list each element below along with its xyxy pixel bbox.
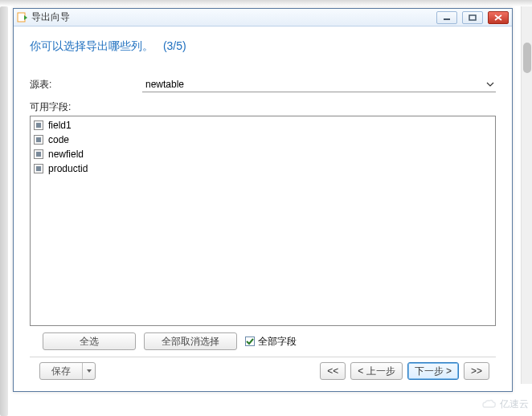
source-label: 源表: — [30, 78, 142, 92]
page-scrollbar[interactable] — [521, 6, 532, 384]
page-shadow — [0, 6, 8, 416]
field-name: field1 — [48, 120, 72, 131]
list-item[interactable]: field1 — [34, 118, 492, 133]
next-button[interactable]: 下一步 > — [407, 362, 459, 380]
maximize-button[interactable] — [462, 11, 483, 24]
checkbox-icon — [245, 336, 255, 346]
divider — [30, 357, 496, 357]
all-fields-label: 全部字段 — [258, 335, 297, 349]
scrollbar-thumb[interactable] — [523, 43, 531, 73]
list-item[interactable]: code — [34, 133, 492, 147]
source-table-value: newtable — [145, 79, 184, 90]
svg-rect-2 — [469, 15, 476, 20]
window-title: 导出向导 — [31, 10, 432, 24]
svg-rect-0 — [18, 13, 25, 22]
checkbox-icon[interactable] — [34, 120, 43, 130]
checkbox-icon[interactable] — [34, 149, 43, 159]
checkbox-icon[interactable] — [34, 164, 43, 173]
selection-actions: 全选 全部取消选择 全部字段 — [30, 332, 496, 350]
wizard-footer: 保存 << < 上一步 下一步 > >> — [30, 362, 496, 385]
field-name: productid — [48, 163, 88, 174]
source-row: 源表: newtable — [30, 76, 496, 92]
heading-text: 你可以选择导出哪些列。 — [30, 39, 153, 52]
back-button[interactable]: < 上一步 — [350, 362, 402, 380]
deselect-all-button[interactable]: 全部取消选择 — [144, 332, 237, 350]
field-name: newfield — [48, 149, 84, 160]
wizard-heading: 你可以选择导出哪些列。 (3/5) — [30, 39, 496, 54]
last-button[interactable]: >> — [464, 362, 489, 380]
chevron-down-icon — [486, 80, 494, 91]
available-fields-label: 可用字段: — [30, 100, 496, 114]
all-fields-checkbox[interactable]: 全部字段 — [245, 335, 297, 349]
list-item[interactable]: newfield — [34, 147, 492, 161]
select-all-button[interactable]: 全选 — [43, 332, 136, 350]
app-icon — [17, 12, 28, 23]
list-item[interactable]: productid — [34, 161, 492, 176]
checkbox-icon[interactable] — [34, 135, 43, 145]
save-dropdown[interactable] — [82, 363, 95, 379]
step-indicator: (3/5) — [163, 39, 186, 52]
save-button[interactable]: 保存 — [40, 363, 82, 379]
titlebar[interactable]: 导出向导 — [14, 9, 512, 27]
close-button[interactable] — [488, 11, 509, 24]
dialog-content: 你可以选择导出哪些列。 (3/5) 源表: newtable 可用字段: fie… — [14, 27, 512, 391]
first-button[interactable]: << — [320, 362, 346, 380]
field-name: code — [48, 134, 69, 145]
save-split-button[interactable]: 保存 — [39, 362, 96, 380]
export-wizard-dialog: 导出向导 你可以选择导出哪些列。 (3/5) 源表: newtable 可用字段… — [13, 8, 513, 392]
source-table-select[interactable]: newtable — [142, 76, 496, 92]
fields-listbox[interactable]: field1 code newfield productid — [30, 116, 496, 326]
minimize-button[interactable] — [436, 11, 457, 24]
